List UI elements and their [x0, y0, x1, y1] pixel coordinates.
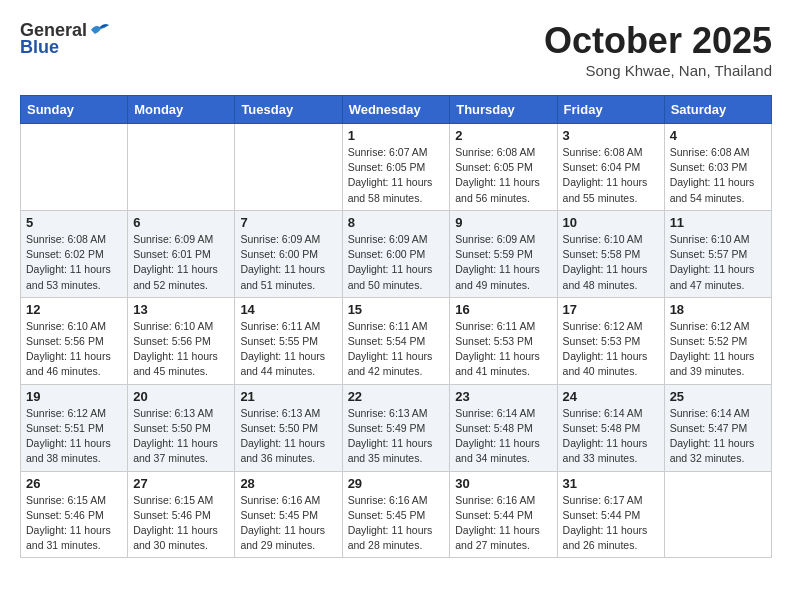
- col-wednesday: Wednesday: [342, 96, 450, 124]
- table-row: 15Sunrise: 6:11 AM Sunset: 5:54 PM Dayli…: [342, 297, 450, 384]
- day-info: Sunrise: 6:07 AM Sunset: 6:05 PM Dayligh…: [348, 145, 445, 206]
- table-row: [21, 124, 128, 211]
- day-info: Sunrise: 6:08 AM Sunset: 6:02 PM Dayligh…: [26, 232, 122, 293]
- day-info: Sunrise: 6:09 AM Sunset: 6:00 PM Dayligh…: [240, 232, 336, 293]
- calendar-header-row: Sunday Monday Tuesday Wednesday Thursday…: [21, 96, 772, 124]
- calendar-week-row: 19Sunrise: 6:12 AM Sunset: 5:51 PM Dayli…: [21, 384, 772, 471]
- table-row: 9Sunrise: 6:09 AM Sunset: 5:59 PM Daylig…: [450, 210, 557, 297]
- calendar-week-row: 5Sunrise: 6:08 AM Sunset: 6:02 PM Daylig…: [21, 210, 772, 297]
- day-info: Sunrise: 6:14 AM Sunset: 5:47 PM Dayligh…: [670, 406, 766, 467]
- table-row: [664, 471, 771, 558]
- table-row: 13Sunrise: 6:10 AM Sunset: 5:56 PM Dayli…: [128, 297, 235, 384]
- day-number: 29: [348, 476, 445, 491]
- calendar-table: Sunday Monday Tuesday Wednesday Thursday…: [20, 95, 772, 558]
- day-number: 17: [563, 302, 659, 317]
- col-saturday: Saturday: [664, 96, 771, 124]
- day-number: 31: [563, 476, 659, 491]
- table-row: 12Sunrise: 6:10 AM Sunset: 5:56 PM Dayli…: [21, 297, 128, 384]
- logo: General Blue: [20, 20, 111, 58]
- day-info: Sunrise: 6:11 AM Sunset: 5:54 PM Dayligh…: [348, 319, 445, 380]
- day-info: Sunrise: 6:10 AM Sunset: 5:56 PM Dayligh…: [133, 319, 229, 380]
- table-row: 19Sunrise: 6:12 AM Sunset: 5:51 PM Dayli…: [21, 384, 128, 471]
- table-row: 5Sunrise: 6:08 AM Sunset: 6:02 PM Daylig…: [21, 210, 128, 297]
- day-number: 3: [563, 128, 659, 143]
- day-number: 30: [455, 476, 551, 491]
- table-row: 16Sunrise: 6:11 AM Sunset: 5:53 PM Dayli…: [450, 297, 557, 384]
- day-number: 11: [670, 215, 766, 230]
- day-number: 25: [670, 389, 766, 404]
- day-number: 21: [240, 389, 336, 404]
- day-info: Sunrise: 6:13 AM Sunset: 5:50 PM Dayligh…: [133, 406, 229, 467]
- day-info: Sunrise: 6:15 AM Sunset: 5:46 PM Dayligh…: [133, 493, 229, 554]
- table-row: 29Sunrise: 6:16 AM Sunset: 5:45 PM Dayli…: [342, 471, 450, 558]
- day-info: Sunrise: 6:10 AM Sunset: 5:58 PM Dayligh…: [563, 232, 659, 293]
- table-row: 17Sunrise: 6:12 AM Sunset: 5:53 PM Dayli…: [557, 297, 664, 384]
- day-info: Sunrise: 6:11 AM Sunset: 5:55 PM Dayligh…: [240, 319, 336, 380]
- day-info: Sunrise: 6:12 AM Sunset: 5:53 PM Dayligh…: [563, 319, 659, 380]
- day-number: 10: [563, 215, 659, 230]
- table-row: 8Sunrise: 6:09 AM Sunset: 6:00 PM Daylig…: [342, 210, 450, 297]
- table-row: 22Sunrise: 6:13 AM Sunset: 5:49 PM Dayli…: [342, 384, 450, 471]
- table-row: 30Sunrise: 6:16 AM Sunset: 5:44 PM Dayli…: [450, 471, 557, 558]
- col-thursday: Thursday: [450, 96, 557, 124]
- day-number: 5: [26, 215, 122, 230]
- day-info: Sunrise: 6:16 AM Sunset: 5:44 PM Dayligh…: [455, 493, 551, 554]
- day-number: 6: [133, 215, 229, 230]
- page-header: General Blue October 2025 Song Khwae, Na…: [20, 20, 772, 79]
- table-row: 3Sunrise: 6:08 AM Sunset: 6:04 PM Daylig…: [557, 124, 664, 211]
- table-row: 31Sunrise: 6:17 AM Sunset: 5:44 PM Dayli…: [557, 471, 664, 558]
- day-number: 15: [348, 302, 445, 317]
- day-number: 8: [348, 215, 445, 230]
- table-row: 23Sunrise: 6:14 AM Sunset: 5:48 PM Dayli…: [450, 384, 557, 471]
- day-info: Sunrise: 6:08 AM Sunset: 6:05 PM Dayligh…: [455, 145, 551, 206]
- day-number: 13: [133, 302, 229, 317]
- day-number: 4: [670, 128, 766, 143]
- calendar-subtitle: Song Khwae, Nan, Thailand: [544, 62, 772, 79]
- day-info: Sunrise: 6:12 AM Sunset: 5:52 PM Dayligh…: [670, 319, 766, 380]
- day-info: Sunrise: 6:14 AM Sunset: 5:48 PM Dayligh…: [455, 406, 551, 467]
- col-sunday: Sunday: [21, 96, 128, 124]
- day-number: 19: [26, 389, 122, 404]
- table-row: 11Sunrise: 6:10 AM Sunset: 5:57 PM Dayli…: [664, 210, 771, 297]
- day-number: 28: [240, 476, 336, 491]
- table-row: 25Sunrise: 6:14 AM Sunset: 5:47 PM Dayli…: [664, 384, 771, 471]
- calendar-title: October 2025: [544, 20, 772, 62]
- col-tuesday: Tuesday: [235, 96, 342, 124]
- day-info: Sunrise: 6:12 AM Sunset: 5:51 PM Dayligh…: [26, 406, 122, 467]
- day-number: 14: [240, 302, 336, 317]
- table-row: 14Sunrise: 6:11 AM Sunset: 5:55 PM Dayli…: [235, 297, 342, 384]
- title-area: October 2025 Song Khwae, Nan, Thailand: [544, 20, 772, 79]
- col-friday: Friday: [557, 96, 664, 124]
- day-info: Sunrise: 6:17 AM Sunset: 5:44 PM Dayligh…: [563, 493, 659, 554]
- day-info: Sunrise: 6:14 AM Sunset: 5:48 PM Dayligh…: [563, 406, 659, 467]
- calendar-week-row: 1Sunrise: 6:07 AM Sunset: 6:05 PM Daylig…: [21, 124, 772, 211]
- day-info: Sunrise: 6:09 AM Sunset: 6:00 PM Dayligh…: [348, 232, 445, 293]
- table-row: [235, 124, 342, 211]
- day-number: 9: [455, 215, 551, 230]
- day-info: Sunrise: 6:09 AM Sunset: 6:01 PM Dayligh…: [133, 232, 229, 293]
- day-info: Sunrise: 6:10 AM Sunset: 5:57 PM Dayligh…: [670, 232, 766, 293]
- table-row: 27Sunrise: 6:15 AM Sunset: 5:46 PM Dayli…: [128, 471, 235, 558]
- table-row: 1Sunrise: 6:07 AM Sunset: 6:05 PM Daylig…: [342, 124, 450, 211]
- table-row: 7Sunrise: 6:09 AM Sunset: 6:00 PM Daylig…: [235, 210, 342, 297]
- table-row: [128, 124, 235, 211]
- table-row: 6Sunrise: 6:09 AM Sunset: 6:01 PM Daylig…: [128, 210, 235, 297]
- table-row: 21Sunrise: 6:13 AM Sunset: 5:50 PM Dayli…: [235, 384, 342, 471]
- day-number: 1: [348, 128, 445, 143]
- table-row: 10Sunrise: 6:10 AM Sunset: 5:58 PM Dayli…: [557, 210, 664, 297]
- day-info: Sunrise: 6:08 AM Sunset: 6:04 PM Dayligh…: [563, 145, 659, 206]
- day-info: Sunrise: 6:08 AM Sunset: 6:03 PM Dayligh…: [670, 145, 766, 206]
- day-number: 27: [133, 476, 229, 491]
- day-info: Sunrise: 6:16 AM Sunset: 5:45 PM Dayligh…: [240, 493, 336, 554]
- day-number: 16: [455, 302, 551, 317]
- day-number: 23: [455, 389, 551, 404]
- day-info: Sunrise: 6:15 AM Sunset: 5:46 PM Dayligh…: [26, 493, 122, 554]
- day-number: 22: [348, 389, 445, 404]
- logo-blue: Blue: [20, 37, 59, 58]
- day-info: Sunrise: 6:10 AM Sunset: 5:56 PM Dayligh…: [26, 319, 122, 380]
- day-number: 12: [26, 302, 122, 317]
- col-monday: Monday: [128, 96, 235, 124]
- table-row: 2Sunrise: 6:08 AM Sunset: 6:05 PM Daylig…: [450, 124, 557, 211]
- day-number: 26: [26, 476, 122, 491]
- day-info: Sunrise: 6:16 AM Sunset: 5:45 PM Dayligh…: [348, 493, 445, 554]
